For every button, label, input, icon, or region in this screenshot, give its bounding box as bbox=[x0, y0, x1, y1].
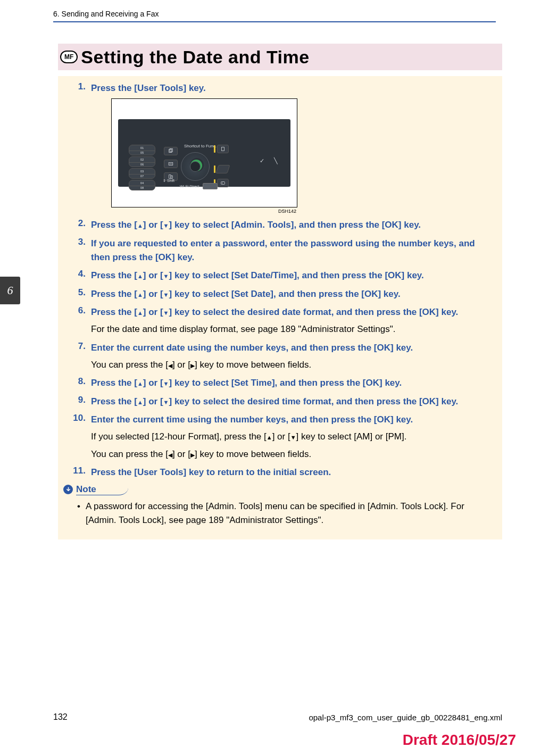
page-title: Setting the Date and Time bbox=[81, 47, 309, 68]
step-item: Enter the current date using the number … bbox=[71, 341, 489, 372]
step-main-text: Press the [▲] or [▼] key to select the d… bbox=[91, 395, 489, 409]
step-main-text: Press the [▲] or [▼] key to select the d… bbox=[91, 305, 489, 319]
step-item: Press the [User Tools] key to return to … bbox=[71, 466, 489, 479]
note-text: A password for accessing the [Admin. Too… bbox=[86, 500, 489, 528]
wifi-direct-bar: Wi-Fi Direct bbox=[180, 183, 218, 189]
svg-rect-4 bbox=[169, 175, 171, 179]
page-number: 132 bbox=[53, 712, 68, 722]
step-item: Press the [▲] or [▼] key to select [Admi… bbox=[71, 218, 489, 232]
scan-icon bbox=[164, 160, 178, 168]
right-buttons bbox=[214, 145, 229, 187]
step-item: Press the [▲] or [▼] key to select the d… bbox=[71, 395, 489, 409]
svg-rect-5 bbox=[171, 176, 172, 179]
step-main-text: If you are requested to enter a password… bbox=[91, 237, 489, 265]
chapter-header: 6. Sending and Receiving a Fax bbox=[53, 10, 496, 22]
note-bullet: •A password for accessing the [Admin. To… bbox=[71, 500, 489, 528]
shift-label: ⇕ Shift bbox=[163, 179, 174, 183]
step-item: Press the [▲] or [▼] key to select [Set … bbox=[71, 269, 489, 283]
step-sub-text: For the date and time display format, se… bbox=[91, 322, 489, 336]
step-sub-text: You can press the [◀] or [▶] key to move… bbox=[91, 447, 489, 461]
source-path: opal-p3_mf3_com_user_guide_gb_00228481_e… bbox=[309, 713, 502, 722]
cancel-icon bbox=[215, 165, 230, 173]
id-copy-icon bbox=[217, 179, 229, 187]
step-sub-text: If you selected [12-hour Format], press … bbox=[91, 430, 489, 444]
control-panel-illustration: 0105020603070408 ⇕ Shift bbox=[111, 98, 297, 214]
step-main-text: Press the [▲] or [▼] key to select [Admi… bbox=[91, 218, 489, 232]
step-item: Press the [▲] or [▼] key to select the d… bbox=[71, 305, 489, 337]
nav-checks: ✓╲ bbox=[260, 157, 281, 164]
user-tools-key bbox=[181, 152, 210, 181]
step-main-text: Enter the current time using the number … bbox=[91, 413, 489, 427]
svg-rect-6 bbox=[222, 147, 224, 151]
step-main-text: Press the [▲] or [▼] key to select [Set … bbox=[91, 376, 489, 390]
svg-rect-7 bbox=[221, 182, 225, 185]
draft-stamp: Draft 2016/05/27 bbox=[403, 732, 516, 749]
note-header: Note bbox=[63, 484, 489, 495]
shortcut-label: Shortcut to Func. bbox=[184, 144, 217, 148]
svg-point-8 bbox=[222, 183, 223, 184]
steps-list: Press the [User Tools] key. 010502060307… bbox=[71, 81, 489, 480]
step-item: Enter the current time using the number … bbox=[71, 413, 489, 461]
step-item: Press the [▲] or [▼] key to select [Set … bbox=[71, 287, 489, 301]
page-heading: MF Setting the Date and Time bbox=[58, 44, 502, 70]
step-item: If you are requested to enter a password… bbox=[71, 237, 489, 265]
step-main-text: Press the [User Tools] key to return to … bbox=[91, 466, 489, 479]
note-items: •A password for accessing the [Admin. To… bbox=[71, 500, 489, 528]
section-tab: 6 bbox=[0, 277, 20, 304]
mode-buttons bbox=[164, 147, 178, 181]
content-box: Press the [User Tools] key. 010502060307… bbox=[58, 76, 502, 539]
step-sub-text: You can press the [◀] or [▶] key to move… bbox=[91, 358, 489, 372]
step-main-text: Press the [User Tools] key. bbox=[91, 81, 489, 95]
quick-dial-keys: 0105020603070408 bbox=[129, 145, 155, 190]
step-main-text: Press the [▲] or [▼] key to select [Set … bbox=[91, 287, 489, 301]
step-main-text: Press the [▲] or [▼] key to select [Set … bbox=[91, 269, 489, 283]
figure-code: DSH142 bbox=[111, 209, 297, 214]
doc-icon bbox=[217, 145, 229, 153]
note-label: Note bbox=[76, 484, 128, 495]
mf-badge: MF bbox=[60, 51, 78, 63]
step-item: Press the [▲] or [▼] key to select [Set … bbox=[71, 376, 489, 390]
step-item: Press the [User Tools] key. 010502060307… bbox=[71, 81, 489, 214]
note-arrow-icon bbox=[63, 485, 73, 494]
bullet-dot-icon: • bbox=[77, 500, 80, 528]
copy-icon bbox=[164, 147, 178, 155]
step-main-text: Enter the current date using the number … bbox=[91, 341, 489, 355]
